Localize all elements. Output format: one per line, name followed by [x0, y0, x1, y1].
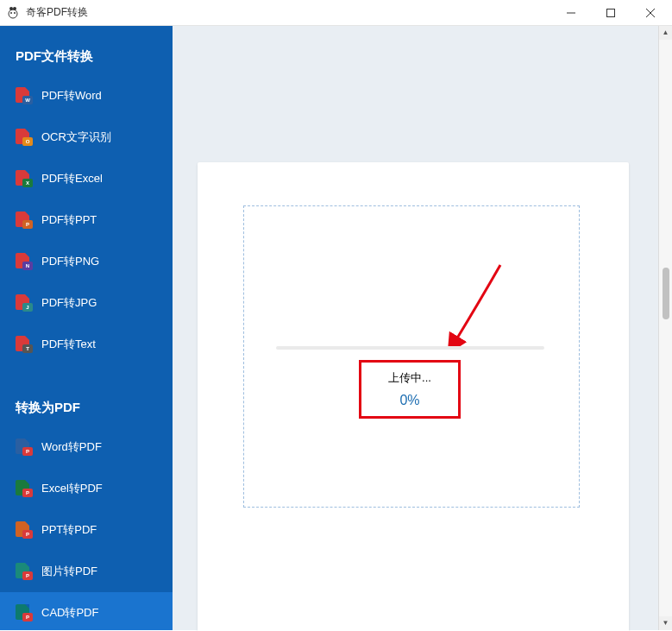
sidebar-item-label: PDF转PPT — [41, 212, 97, 228]
sidebar-item-label: Word转PDF — [41, 439, 102, 455]
file-ppt-icon: P — [16, 521, 31, 539]
window-controls — [551, 0, 670, 26]
file-img-icon: P — [16, 563, 31, 580]
scrollbar-thumb[interactable] — [663, 268, 669, 319]
file-pdf-icon: W — [16, 87, 31, 104]
file-pdf-icon: O — [16, 129, 31, 146]
file-cad-icon: P — [16, 604, 31, 622]
sidebar-item-label: PDF转PNG — [41, 254, 99, 269]
file-pdf-icon: X — [16, 170, 31, 187]
drop-zone[interactable]: 上传中... 0% — [243, 205, 580, 508]
content-area: 上传中... 0% ▲ ▼ — [173, 26, 672, 630]
upload-percent-text: 0% — [399, 393, 419, 408]
progress-bar — [276, 346, 544, 350]
file-pdf-icon: J — [16, 294, 31, 312]
vertical-scrollbar[interactable]: ▲ ▼ — [658, 26, 672, 630]
app-title: 奇客PDF转换 — [26, 5, 88, 20]
svg-point-3 — [9, 7, 13, 10]
sidebar-section-convert-to: 转换为PDF — [0, 365, 173, 426]
sidebar-item-ocr[interactable]: OOCR文字识别 — [0, 117, 173, 158]
sidebar-item-pdf-ppt[interactable]: PPDF转PPT — [0, 199, 173, 241]
minimize-button[interactable] — [551, 0, 591, 26]
sidebar-item-word-pdf[interactable]: PWord转PDF — [0, 426, 173, 468]
sidebar-item-img-pdf[interactable]: P图片转PDF — [0, 551, 173, 592]
upload-card: 上传中... 0% — [198, 162, 629, 631]
svg-point-0 — [9, 9, 17, 18]
sidebar-item-ppt-pdf[interactable]: PPPT转PDF — [0, 509, 173, 551]
close-button[interactable] — [631, 0, 670, 26]
sidebar-item-label: PDF转Word — [41, 88, 102, 104]
maximize-button[interactable] — [591, 0, 631, 26]
file-pdf-icon: N — [16, 253, 31, 270]
file-pdf-icon: P — [16, 211, 31, 229]
sidebar-item-pdf-png[interactable]: NPDF转PNG — [0, 241, 173, 282]
svg-rect-6 — [607, 9, 615, 16]
sidebar-item-pdf-word[interactable]: WPDF转Word — [0, 75, 173, 117]
title-bar: 奇客PDF转换 — [0, 0, 672, 26]
sidebar-item-label: OCR文字识别 — [41, 129, 111, 145]
sidebar: PDF文件转换 WPDF转WordOOCR文字识别XPDF转ExcelPPDF转… — [0, 26, 173, 630]
sidebar-item-label: PPT转PDF — [41, 522, 97, 538]
scroll-down-icon[interactable]: ▼ — [659, 616, 673, 630]
annotation-arrow-icon — [438, 260, 516, 346]
upload-status-text: 上传中... — [388, 370, 431, 386]
scroll-up-icon[interactable]: ▲ — [659, 26, 673, 40]
file-xls-icon: P — [16, 480, 31, 497]
app-logo-icon — [7, 6, 21, 20]
svg-point-4 — [13, 7, 16, 10]
sidebar-item-excel-pdf[interactable]: PExcel转PDF — [0, 468, 173, 509]
sidebar-item-cad-pdf[interactable]: PCAD转PDF — [0, 592, 173, 630]
sidebar-item-label: PDF转Text — [41, 337, 96, 352]
sidebar-item-pdf-jpg[interactable]: JPDF转JPG — [0, 282, 173, 324]
sidebar-section-convert-from: PDF文件转换 — [0, 26, 173, 75]
file-doc-icon: P — [16, 439, 31, 456]
sidebar-item-label: PDF转JPG — [41, 295, 97, 311]
sidebar-item-pdf-excel[interactable]: XPDF转Excel — [0, 158, 173, 199]
sidebar-item-label: PDF转Excel — [41, 171, 103, 186]
sidebar-item-label: Excel转PDF — [41, 481, 103, 496]
upload-status-highlight: 上传中... 0% — [359, 360, 461, 419]
sidebar-item-label: 图片转PDF — [41, 564, 97, 579]
svg-point-2 — [14, 12, 16, 14]
sidebar-item-pdf-text[interactable]: TPDF转Text — [0, 324, 173, 365]
svg-point-1 — [10, 12, 12, 14]
sidebar-item-label: CAD转PDF — [41, 605, 98, 621]
file-pdf-icon: T — [16, 336, 31, 353]
